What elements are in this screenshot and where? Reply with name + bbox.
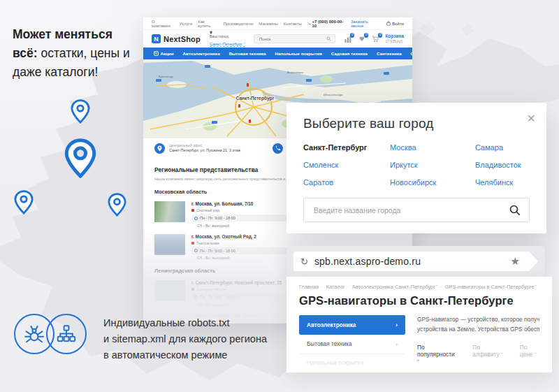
- category-description-line2: устройства на Земле. Устройства GPS обес…: [417, 325, 539, 335]
- menu-item-garden[interactable]: Садовая техника: [326, 51, 372, 56]
- office-address-link[interactable]: г. Москва, ул. Большая, 7/10: [191, 201, 296, 206]
- menu-item-flooring[interactable]: Напольные покрытия: [270, 51, 326, 56]
- menu-item-appliances[interactable]: Бытовая техника: [224, 51, 270, 56]
- map-label-shlisselburg: Шлиссельбург: [324, 93, 343, 96]
- sort-by-alphabet[interactable]: По алфавиту: [472, 344, 502, 365]
- metro-station: Охотный ряд: [191, 208, 296, 212]
- nextshop-logo-icon[interactable]: N: [152, 34, 161, 43]
- city-link-irkutsk[interactable]: Иркутск: [390, 161, 475, 169]
- nextshop-logo-text[interactable]: NextShop: [164, 35, 201, 43]
- office-address-link[interactable]: г. Москва, ул. Охотный Ряд, 2: [191, 234, 296, 239]
- percent-icon: [154, 51, 159, 56]
- city-search[interactable]: [303, 198, 530, 222]
- breadcrumb-autoelectronics[interactable]: Автоэлектроника Санкт-Петербург: [352, 284, 435, 290]
- city-link-samara[interactable]: Самара: [475, 143, 530, 152]
- city-link-smolensk[interactable]: Смоленск: [303, 161, 390, 169]
- gps-page-card: Главная· Каталог· Автоэлектроника Санкт-…: [286, 277, 552, 372]
- city-link-saratov[interactable]: Саратов: [303, 178, 390, 187]
- page: Может меняться всё: остатки, цены и даже…: [0, 0, 559, 392]
- topbar-link-services[interactable]: Услуги: [180, 22, 192, 26]
- metro-station: Адмиралтейская: [191, 287, 296, 291]
- city-link-spb[interactable]: Санкт-Петербург: [303, 143, 390, 152]
- city-selector[interactable]: Ваш город, Санкт-Петербург: [210, 31, 245, 47]
- category-description-line1: GPS-навигатор — устройство, которое полу…: [417, 315, 539, 325]
- map-label-city: Санкт-Петербург: [236, 96, 275, 101]
- topbar-phone: +7 (000) 000-00-10: [307, 20, 347, 28]
- topbar-link-manufacturers[interactable]: Производители: [223, 22, 253, 26]
- chevron-down-icon[interactable]: ˇ: [436, 284, 437, 289]
- category-menu: Акции Автоэлектроника Бытовая техника На…: [143, 48, 412, 59]
- menu-item-plumbing[interactable]: Сантехника: [372, 51, 406, 56]
- map-label-kronstadt: Кронштадт: [159, 75, 173, 78]
- search-icon[interactable]: [326, 36, 331, 41]
- topbar-callback-link[interactable]: Заказать звонок: [351, 20, 381, 28]
- map-label-vsevolozhsk: Всеволожск: [287, 71, 303, 74]
- topbar-link-about[interactable]: О компании: [152, 20, 174, 28]
- menu-item-autoelectronics[interactable]: Автоэлектроника: [178, 51, 224, 56]
- header-search-input[interactable]: [258, 36, 327, 42]
- compare-count-badge: 0: [350, 33, 355, 38]
- office-address-link[interactable]: г. Санкт-Петербург, Невский проспект, 35: [191, 280, 296, 285]
- city-search-input[interactable]: [312, 205, 509, 215]
- refresh-icon[interactable]: ↻: [300, 256, 308, 267]
- header-search[interactable]: [254, 34, 336, 43]
- location-pin-icon-large: [64, 138, 96, 178]
- bookmark-star-icon[interactable]: ★: [511, 255, 520, 268]
- city-link-chelyabinsk[interactable]: Челябинск: [475, 178, 530, 187]
- breadcrumb-home[interactable]: Главная: [299, 284, 319, 290]
- chevron-right-icon: ›: [395, 321, 398, 328]
- sort-by-price[interactable]: По цене: [520, 344, 539, 365]
- city-selector-label: Ваш город,: [210, 31, 245, 39]
- shop-header: N NextShop Ваш город, Санкт-Петербург 0: [143, 30, 412, 48]
- office-photo: [154, 201, 185, 222]
- breadcrumb-catalog[interactable]: Каталог: [326, 284, 345, 290]
- office-weekend: Сб - Вс: выходной: [191, 256, 296, 260]
- topbar-login-link[interactable]: Войти: [386, 21, 404, 26]
- metro-station: Театральная: [191, 241, 296, 245]
- url-text[interactable]: spb.next.aspro-demo.ru: [314, 256, 511, 267]
- topbar-link-howtobuy[interactable]: Как купить: [198, 20, 217, 28]
- city-link-novosibirsk[interactable]: Новосибирск: [390, 178, 475, 187]
- favorites-button[interactable]: ♥ 0: [358, 35, 365, 43]
- url-field[interactable]: ↻ spb.next.aspro-demo.ru ★: [293, 252, 538, 271]
- contact-office: Центральный офис Санкт-Петербург, ул. Пу…: [154, 143, 240, 154]
- city-selector-value[interactable]: Санкт-Петербург: [210, 42, 245, 47]
- location-pin-icon: [71, 99, 90, 124]
- bag-icon: [386, 21, 391, 26]
- breadcrumb-current: GPS-навигаторы в Санкт-Петербурге: [445, 284, 535, 290]
- topbar-link-stores[interactable]: Магазины: [259, 22, 277, 26]
- cart-summary[interactable]: Корзина 17 835 руб.: [385, 34, 404, 44]
- office-photo: [154, 234, 185, 255]
- cart-label: Корзина: [385, 34, 404, 39]
- city-grid: Санкт-Петербург Москва Самара Смоленск И…: [303, 143, 530, 187]
- search-icon[interactable]: [509, 205, 521, 216]
- menu-item-promo[interactable]: Акции: [149, 51, 178, 56]
- clock-icon: [194, 217, 198, 220]
- clock-icon: [194, 249, 198, 252]
- office-hours: Пн - Пт: 9:00 - 18:00: [191, 293, 296, 300]
- menu-item-building-materials[interactable]: Строительные материалы: [406, 51, 412, 56]
- cart-count-badge: 0: [378, 33, 383, 38]
- browser-address-bar: ↻ spb.next.aspro-demo.ru ★: [286, 246, 545, 277]
- city-link-vladivostok[interactable]: Владивосток: [475, 161, 530, 169]
- city-link-moscow[interactable]: Москва: [390, 143, 475, 152]
- header-icons: 0 ♥ 0 0: [344, 35, 379, 43]
- location-pin-icon: [14, 190, 34, 215]
- cart-button[interactable]: 0: [372, 35, 379, 43]
- close-icon[interactable]: ×: [527, 111, 535, 125]
- sidebar-item-flooring[interactable]: Напольные покрытия: [299, 354, 405, 371]
- office-hours: Пн - Пт: 9:00 - 18:00: [191, 215, 296, 222]
- office-weekend: Сб - Вс: выходной: [191, 303, 296, 307]
- chevron-down-icon[interactable]: ˇ: [535, 284, 536, 289]
- page-title: GPS-навигаторы в Санкт-Петербурге: [299, 294, 539, 307]
- sitemap-feature-circle: [46, 314, 87, 354]
- sort-by-popularity[interactable]: По популярности: [417, 344, 456, 365]
- modal-title: Выберите ваш город: [303, 116, 530, 131]
- sitemap-icon: [56, 324, 77, 344]
- topbar-link-contacts[interactable]: Контакты: [284, 22, 302, 26]
- headline: Может меняться всё: остатки, цены и даже…: [13, 25, 137, 82]
- sidebar-item-appliances[interactable]: Бытовая техника›: [299, 335, 405, 354]
- feature-text: Индивидуальные robots.txt и sitemap.xml …: [103, 315, 267, 363]
- compare-button[interactable]: 0: [344, 35, 351, 43]
- sidebar-item-autoelectronics[interactable]: Автоэлектроника›: [299, 315, 405, 335]
